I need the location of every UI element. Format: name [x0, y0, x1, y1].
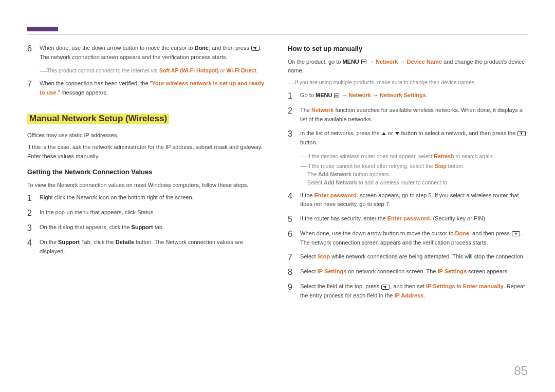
step-body: When done, use the down arrow button to … [40, 44, 267, 62]
sub-line: Select Add Network to add a wireless rou… [307, 179, 528, 187]
r-step-7: 7 Select Stop while network connections … [288, 252, 528, 262]
sub-title: How to set up manually [288, 44, 528, 54]
section-tab-marker [27, 27, 58, 31]
enter-icon [517, 131, 526, 136]
r-step-8: 8 Select IP Settings on network connecti… [288, 267, 528, 277]
r-step-5: 5 If the router has security, enter the … [288, 214, 528, 224]
sub-title: Getting the Network Connection Values [27, 167, 267, 178]
sub-line: The Add Network button appears. [307, 171, 528, 179]
note-device-names: ― If you are using multiple products, ma… [288, 79, 528, 87]
note-soft-ap: ― This product cannot connect to the Int… [40, 67, 267, 75]
section-title: Manual Network Setup (Wireless) [27, 111, 169, 125]
step-7: 7 When the connection has been verified,… [27, 79, 267, 97]
step-1: 1 Right click the Network icon on the bo… [27, 193, 267, 203]
paragraph: To view the Network connection values on… [27, 181, 267, 190]
enter-icon [251, 46, 260, 51]
left-column: 6 When done, use the down arrow button t… [27, 44, 267, 306]
step-number: 6 [27, 44, 40, 62]
arrow-down-icon [395, 132, 399, 135]
header-rule [27, 34, 528, 34]
r-step-4: 4 If the Enter password. screen appears,… [288, 191, 528, 209]
paragraph: Offices may use static IP addresses. [27, 131, 267, 140]
menu-icon [361, 60, 366, 64]
r-step-9: 9 Select the field at the top, press , a… [288, 282, 528, 300]
r-step-6: 6 When done, use the down arrow button t… [288, 229, 528, 247]
right-column: How to set up manually On the product, g… [288, 44, 528, 306]
r-step-1: 1 Go to MENU → Network → Network Setting… [288, 91, 528, 101]
step-6: 6 When done, use the down arrow button t… [27, 44, 267, 62]
page-content: 6 When done, use the down arrow button t… [27, 44, 528, 306]
step-2: 2 In the pop-up menu that appears, click… [27, 208, 267, 218]
intro-line: On the product, go to MENU → Network → D… [288, 58, 528, 76]
page-number: 85 [514, 361, 528, 381]
step-3: 3 On the dialog that appears, click the … [27, 223, 267, 233]
enter-icon [512, 231, 520, 236]
menu-icon [334, 94, 339, 98]
step-4: 4 On the Support Tab, click the Details … [27, 238, 267, 256]
arrow-up-icon [382, 132, 386, 135]
r-step-3: 3 In the list of networks, press the or … [288, 129, 528, 147]
note-refresh: ― If the desired wireless router does no… [300, 153, 528, 161]
step-body: When the connection has been verified, t… [40, 79, 267, 97]
enter-icon [381, 285, 390, 290]
step-number: 7 [27, 79, 40, 97]
paragraph: If this is the case, ask the network adm… [27, 143, 267, 161]
note-stop: ― If the router cannot be found after re… [300, 162, 528, 171]
r-step-2: 2 The Network function searches for avai… [288, 106, 528, 124]
